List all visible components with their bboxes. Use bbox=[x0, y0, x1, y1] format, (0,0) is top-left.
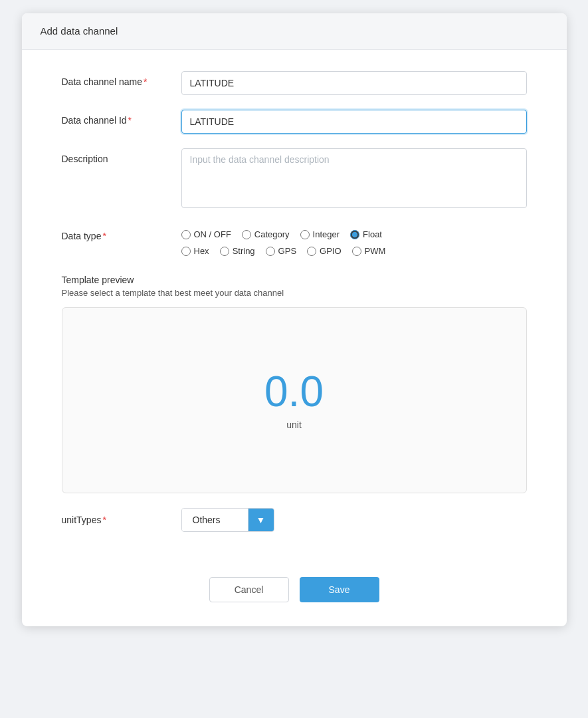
channel-name-label: Data channel name* bbox=[62, 71, 181, 87]
radio-category[interactable]: Category bbox=[242, 229, 290, 239]
channel-id-row: Data channel Id* bbox=[62, 110, 527, 134]
radio-integer[interactable]: Integer bbox=[300, 229, 340, 239]
radio-on-off-input[interactable] bbox=[181, 230, 191, 239]
add-data-channel-dialog: Add data channel Data channel name* Data… bbox=[22, 13, 567, 626]
channel-id-input[interactable] bbox=[181, 110, 527, 134]
data-type-label: Data type* bbox=[62, 225, 181, 241]
radio-float[interactable]: Float bbox=[350, 229, 382, 239]
template-preview-subtitle: Please select a template that best meet … bbox=[62, 288, 527, 298]
radio-hex-input[interactable] bbox=[181, 247, 191, 256]
unit-types-chevron-button[interactable]: ▼ bbox=[248, 509, 274, 531]
chevron-down-icon: ▼ bbox=[256, 515, 266, 525]
radio-float-label: Float bbox=[363, 229, 382, 239]
unit-types-row: unitTypes* Others ▼ bbox=[62, 508, 527, 532]
channel-id-label: Data channel Id* bbox=[62, 110, 181, 126]
description-row: Description bbox=[62, 148, 527, 211]
save-button[interactable]: Save bbox=[300, 577, 379, 602]
dialog-footer: Cancel Save bbox=[22, 577, 567, 626]
radio-gpio[interactable]: GPIO bbox=[307, 246, 342, 256]
cancel-button[interactable]: Cancel bbox=[209, 577, 289, 602]
template-preview-section: Template preview Please select a templat… bbox=[62, 275, 527, 493]
radio-category-input[interactable] bbox=[242, 230, 251, 239]
radio-gps-input[interactable] bbox=[266, 247, 275, 256]
radio-string[interactable]: String bbox=[220, 246, 255, 256]
unit-types-value: Others bbox=[182, 509, 248, 531]
radio-string-label: String bbox=[233, 246, 255, 256]
preview-unit: unit bbox=[286, 419, 302, 430]
radio-pwm[interactable]: PWM bbox=[352, 246, 386, 256]
channel-id-input-wrap bbox=[181, 110, 527, 134]
dialog-title: Add data channel bbox=[41, 25, 118, 37]
radio-pwm-label: PWM bbox=[365, 246, 386, 256]
description-input[interactable] bbox=[181, 148, 527, 208]
template-preview-box: 0.0 unit bbox=[62, 307, 527, 493]
radio-integer-label: Integer bbox=[313, 229, 340, 239]
data-type-row-2: Hex String GPS GPIO bbox=[181, 246, 527, 256]
unit-types-label: unitTypes* bbox=[62, 515, 181, 525]
unit-types-dropdown[interactable]: Others ▼ bbox=[181, 508, 274, 532]
radio-on-off-label: ON / OFF bbox=[194, 229, 231, 239]
radio-hex[interactable]: Hex bbox=[181, 246, 209, 256]
radio-hex-label: Hex bbox=[194, 246, 209, 256]
dialog-header: Add data channel bbox=[22, 13, 567, 50]
channel-name-row: Data channel name* bbox=[62, 71, 527, 95]
template-preview-title: Template preview bbox=[62, 275, 527, 285]
radio-gpio-input[interactable] bbox=[307, 247, 316, 256]
data-type-row-1: ON / OFF Category Integer Float bbox=[181, 229, 527, 239]
radio-float-input[interactable] bbox=[350, 230, 359, 239]
radio-pwm-input[interactable] bbox=[352, 247, 361, 256]
data-type-row: Data type* ON / OFF Category Integer bbox=[62, 225, 527, 260]
channel-name-input-wrap bbox=[181, 71, 527, 95]
radio-category-label: Category bbox=[254, 229, 290, 239]
dialog-body: Data channel name* Data channel Id* Desc… bbox=[22, 50, 567, 577]
description-input-wrap bbox=[181, 148, 527, 211]
data-type-options: ON / OFF Category Integer Float bbox=[181, 225, 527, 260]
radio-string-input[interactable] bbox=[220, 247, 229, 256]
radio-gps[interactable]: GPS bbox=[266, 246, 296, 256]
channel-name-input[interactable] bbox=[181, 71, 527, 95]
preview-value: 0.0 bbox=[264, 370, 324, 413]
radio-gpio-label: GPIO bbox=[320, 246, 342, 256]
radio-gps-label: GPS bbox=[278, 246, 296, 256]
radio-integer-input[interactable] bbox=[300, 230, 310, 239]
radio-on-off[interactable]: ON / OFF bbox=[181, 229, 231, 239]
description-label: Description bbox=[62, 148, 181, 164]
